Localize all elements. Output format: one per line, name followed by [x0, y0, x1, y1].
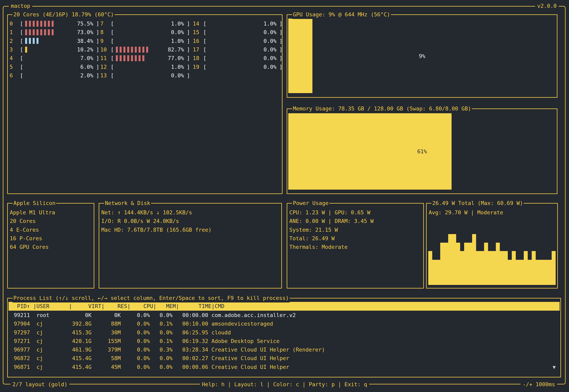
- core-usage-segment: [48, 29, 50, 35]
- core-usage-percent: 0.0%: [259, 55, 277, 61]
- cpu-core-row: 17[0.0%]: [193, 45, 282, 54]
- core-number: 18: [193, 55, 203, 61]
- power-chart-bar: [480, 251, 484, 285]
- core-bar-close-bracket: ]: [279, 21, 282, 27]
- core-number: 12: [100, 64, 111, 70]
- cpu-panel-title: 20 Cores (4E/16P) 18.79% (60°C): [13, 10, 115, 19]
- core-number: 6: [10, 72, 20, 79]
- apple-silicon-title: Apple Silicon: [13, 199, 56, 208]
- scroll-down-icon[interactable]: ▼: [553, 364, 556, 370]
- process-row[interactable]: 97904 cj 392.8G 88M 0.0% 0.1% 00:10.00 a…: [14, 320, 555, 328]
- network-disk-info: Net: ↑ 144.4KB/s ↓ 102.5KB/sI/O: R 0.0B/…: [101, 208, 280, 234]
- core-usage-segment: [135, 47, 137, 53]
- cpu-core-row: 11[77.0%]: [100, 54, 190, 62]
- cpu-core-column-2: 7[1.0%]8[0.0%]9[1.0%]10[82.7%]11[77.0%]1…: [100, 19, 190, 80]
- core-usage-percent: 10.2%: [75, 46, 93, 53]
- core-bar-open-bracket: [: [111, 46, 114, 53]
- core-bar-close-bracket: ]: [187, 64, 190, 70]
- core-usage-segment: [116, 47, 118, 53]
- core-usage-percent: 7.0%: [75, 55, 93, 61]
- core-bar-open-bracket: [: [20, 46, 23, 53]
- core-usage-segment: [40, 29, 42, 35]
- core-usage-segment: [52, 29, 54, 35]
- power-chart-bar: [460, 251, 464, 285]
- cpu-core-row: 14[1.0%]: [193, 19, 282, 28]
- power-usage-title: Power Usage: [292, 199, 329, 208]
- core-usage-segment: [120, 47, 122, 53]
- core-bar-close-bracket: ]: [279, 38, 282, 44]
- core-usage-percent: 82.7%: [166, 46, 184, 53]
- core-usage-segment: [142, 55, 144, 61]
- process-row[interactable]: 97297 cj 415.3G 30M 0.0% 0.0% 06:25.95 c…: [14, 328, 555, 337]
- cpu-core-row: 5[6.0%]: [10, 62, 99, 71]
- status-layout-indicator: 2/7 layout (gold): [10, 380, 69, 389]
- power-chart-bar: [528, 260, 532, 285]
- core-usage-percent: 0.0%: [259, 64, 277, 70]
- core-usage-segment: [33, 38, 35, 44]
- core-number: 5: [10, 64, 20, 70]
- core-bar-close-bracket: ]: [96, 64, 99, 70]
- core-usage-segment: [33, 21, 35, 27]
- core-usage-percent: 73.0%: [75, 29, 93, 35]
- core-usage-bar: [25, 21, 75, 27]
- process-row[interactable]: 96871 cj 415.4G 45M 0.0% 0.0% 00:00.06 C…: [14, 363, 555, 371]
- core-usage-segment: [124, 55, 125, 61]
- core-usage-percent: 0.0%: [259, 46, 277, 53]
- core-usage-segment: [33, 29, 35, 35]
- core-usage-segment: [37, 29, 39, 35]
- info-line: ANE: 0.00 W | DRAM: 3.45 W: [289, 217, 422, 225]
- info-line: 20 Cores: [10, 217, 93, 225]
- power-usage-info: CPU: 1.23 W | GPU: 0.65 WANE: 0.00 W | D…: [289, 208, 422, 251]
- cpu-core-row: 19[0.0%]: [193, 62, 282, 71]
- core-usage-percent: 1.0%: [166, 21, 184, 27]
- info-line: CPU: 1.23 W | GPU: 0.65 W: [289, 208, 422, 217]
- core-bar-close-bracket: ]: [96, 55, 99, 61]
- cpu-core-row: 13[0.0%]: [100, 71, 190, 80]
- process-table-body: 99211 root 0K 0K 0.0% 0.0% 00:00.00 com.…: [14, 311, 555, 371]
- core-usage-segment: [37, 38, 39, 44]
- core-usage-segment: [40, 21, 42, 27]
- cpu-cores-panel: 20 Cores (4E/16P) 18.79% (60°C) 0[75.5%]…: [7, 14, 282, 194]
- core-bar-close-bracket: ]: [96, 21, 99, 27]
- core-bar-close-bracket: ]: [96, 46, 99, 53]
- process-row[interactable]: 96977 cj 461.9G 379M 0.0% 0.3% 03:28.34 …: [14, 345, 555, 354]
- process-row[interactable]: 96872 cj 415.4G 58M 0.0% 0.0% 00:02.27 C…: [14, 354, 555, 363]
- info-line: 64 GPU Cores: [10, 243, 93, 251]
- core-number: 4: [10, 55, 20, 61]
- core-bar-close-bracket: ]: [279, 64, 282, 70]
- core-usage-segment: [25, 38, 27, 44]
- power-chart-bar: [468, 243, 472, 285]
- core-usage-percent: 0.0%: [259, 38, 277, 44]
- info-line: Mac HD: 7.6TB/7.8TB (165.6GB free): [101, 225, 280, 234]
- mactop-terminal: mactop v2.0.0 20 Cores (4E/16P) 18.79% (…: [0, 0, 569, 392]
- process-row[interactable]: 97271 cj 420.1G 155M 0.0% 0.1% 06:19.32 …: [14, 337, 555, 345]
- core-usage-segment: [29, 21, 31, 27]
- cpu-core-row: 18[0.0%]: [193, 54, 282, 62]
- power-chart-bar: [436, 260, 440, 285]
- core-bar-close-bracket: ]: [96, 38, 99, 44]
- core-usage-segment: [37, 21, 39, 27]
- info-line: Thermals: Moderate: [289, 243, 422, 251]
- core-bar-close-bracket: ]: [187, 72, 190, 79]
- power-chart-bar: [464, 243, 468, 285]
- core-bar-open-bracket: [: [111, 38, 114, 44]
- core-bar-open-bracket: [: [111, 64, 114, 70]
- core-usage-segment: [139, 47, 140, 53]
- power-chart-bar: [508, 260, 512, 285]
- core-bar-open-bracket: [: [111, 72, 114, 79]
- process-row[interactable]: 99211 root 0K 0K 0.0% 0.0% 00:00.00 com.…: [14, 311, 555, 320]
- power-chart-bar: [496, 243, 500, 285]
- core-bar-open-bracket: [: [111, 29, 114, 35]
- core-usage-segment: [120, 55, 122, 61]
- core-number: 2: [10, 38, 20, 44]
- cpu-core-row: 1[73.0%]: [10, 28, 99, 37]
- core-bar-close-bracket: ]: [279, 55, 282, 61]
- core-usage-segment: [44, 29, 46, 35]
- core-bar-close-bracket: ]: [187, 38, 190, 44]
- core-usage-bar: [25, 47, 75, 53]
- process-table-header[interactable]: PID↑ |USER | VIRT| RES| CPU| MEM| TIME|C…: [9, 302, 560, 311]
- memory-gauge-label: 61%: [287, 148, 557, 154]
- info-line: Net: ↑ 144.4KB/s ↓ 102.5KB/s: [101, 208, 280, 217]
- core-usage-segment: [29, 29, 31, 35]
- core-usage-percent: 0.0%: [166, 72, 184, 79]
